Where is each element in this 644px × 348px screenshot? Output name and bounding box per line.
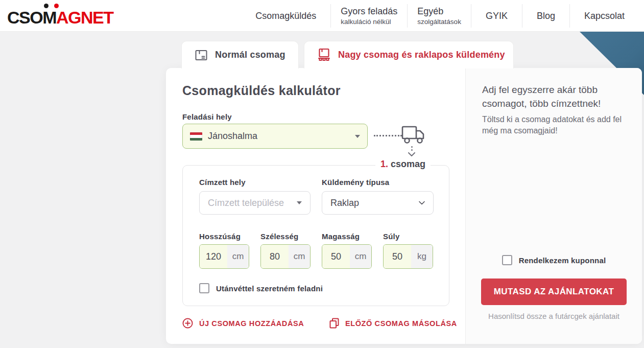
shipment-type-label: Küldemény típusa [322, 178, 389, 187]
logo-text-red: AGNET [56, 8, 113, 27]
cod-checkbox-label: Utánvéttel szeretném feladni [216, 284, 323, 293]
height-unit: cm [350, 245, 371, 268]
origin-value: Jánoshalma [208, 131, 257, 142]
dropdown-caret-icon [355, 135, 360, 138]
length-unit: cm [227, 245, 249, 268]
width-value[interactable]: 80 [261, 245, 289, 268]
nav-item-sublabel: kalkuláció nélkül [341, 18, 391, 26]
sidebar-heading: Adj fel egyszerre akár több csomagot, tö… [482, 83, 631, 110]
weight-unit: kg [411, 245, 433, 268]
nav-item-gyors-feladas[interactable]: Gyors feladás kalkuláció nélkül [330, 4, 407, 28]
logo-text-black: CSOM [7, 8, 56, 27]
nav-item-blog[interactable]: Blog [522, 4, 569, 28]
main-nav: Csomagküldés Gyors feladás kalkuláció né… [241, 0, 639, 32]
show-offers-button[interactable]: MUTASD AZ AJÁNLATOKAT [481, 279, 627, 305]
sidebar: Adj fel egyszerre akár több csomagot, tö… [465, 68, 642, 344]
submit-note: Hasonlítsd össze a futárcgek ajánlatait [466, 312, 642, 320]
copy-icon [329, 318, 339, 329]
chevron-down-icon [419, 201, 425, 205]
dropdown-caret-icon [297, 201, 302, 204]
destination-placeholder: Címzett települése [208, 198, 284, 208]
width-unit: cm [289, 245, 310, 268]
nav-item-kapcsolat[interactable]: Kapcsolat [569, 4, 639, 28]
package-number: 1. [380, 159, 388, 169]
weight-label: Súly [383, 232, 399, 241]
nav-item-label: Kapcsolat [584, 11, 625, 21]
page-title: Csomagküldés kalkulátor [182, 83, 341, 98]
destination-select[interactable]: Címzett települése [199, 191, 311, 215]
height-input[interactable]: 50 cm [322, 244, 372, 269]
copy-package-label: ELŐZŐ CSOMAG MÁSOLÁSA [345, 319, 457, 328]
tab-normal-csomag[interactable]: Normál csomag [181, 41, 299, 68]
length-label: Hosszúság [199, 232, 241, 241]
arrow-down-icon [408, 146, 416, 156]
pallet-icon [317, 48, 331, 62]
cod-row: Utánvéttel szeretném feladni [199, 283, 323, 293]
nav-item-label: Blog [537, 11, 555, 21]
nav-item-label: Csomagküldés [255, 11, 316, 21]
nav-item-csomagkuldes[interactable]: Csomagküldés [241, 4, 330, 28]
shipment-type-select[interactable]: Raklap [322, 191, 434, 215]
height-label: Magasság [322, 232, 360, 241]
calculator-card: Csomagküldés kalkulátor Feladási hely Já… [166, 68, 642, 344]
box-icon [195, 49, 208, 62]
nav-item-gyik[interactable]: GYIK [471, 4, 522, 28]
length-input[interactable]: 120 cm [199, 244, 249, 269]
origin-label: Feladási hely [182, 112, 232, 121]
package-legend-text: csomag [391, 159, 425, 169]
height-value[interactable]: 50 [322, 245, 350, 268]
tab-label: Nagy csomag és raklapos küldemény [338, 50, 505, 60]
add-package-label: ÚJ CSOMAG HOZZÁADÁSA [199, 319, 304, 328]
nav-item-sublabel: szolgáltatások [417, 18, 461, 26]
dotted-line [374, 135, 402, 136]
plus-circle-icon [182, 318, 193, 329]
coupon-checkbox[interactable] [502, 255, 512, 265]
sidebar-body: Töltsd ki a csomag adatokat és add fel m… [482, 114, 633, 137]
weight-input[interactable]: 50 kg [383, 244, 433, 269]
truck-icon [401, 125, 425, 146]
nav-item-label: Egyéb [417, 6, 443, 17]
coupon-row: Rendelkezem kuponnal [466, 255, 642, 265]
package-fieldset: 1.csomag Címzett hely Küldemény típusa C… [182, 165, 449, 306]
origin-select[interactable]: Jánoshalma [182, 124, 368, 149]
nav-item-label: Gyors feladás [341, 6, 397, 17]
copy-package-button[interactable]: ELŐZŐ CSOMAG MÁSOLÁSA [329, 318, 457, 329]
nav-item-label: GYIK [486, 11, 508, 21]
package-legend: 1.csomag [375, 159, 431, 170]
coupon-checkbox-label: Rendelkezem kuponnal [519, 256, 606, 265]
header: CSOMAGNET Csomagküldés Gyors feladás kal… [0, 0, 644, 32]
logo-text: CSOMAGNET [7, 8, 113, 27]
width-label: Szélesség [260, 232, 298, 241]
cod-checkbox[interactable] [199, 283, 209, 293]
flag-hungary-icon [190, 132, 202, 141]
length-value[interactable]: 120 [200, 245, 227, 268]
nav-item-egyeb[interactable]: Egyéb szolgáltatások [407, 4, 471, 28]
weight-value[interactable]: 50 [384, 245, 411, 268]
destination-label: Címzett hely [199, 178, 246, 187]
add-package-button[interactable]: ÚJ CSOMAG HOZZÁADÁSA [182, 318, 304, 329]
tab-nagy-csomag[interactable]: Nagy csomag és raklapos küldemény [304, 41, 514, 68]
width-input[interactable]: 80 cm [260, 244, 311, 269]
shipment-type-value: Raklap [330, 198, 359, 208]
tab-label: Normál csomag [215, 50, 285, 60]
